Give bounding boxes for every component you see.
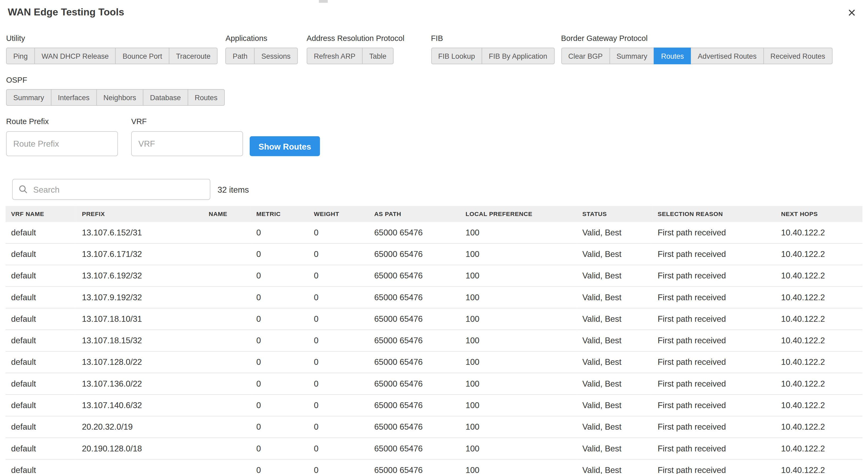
refresh-arp-button[interactable]: Refresh ARP: [307, 48, 363, 64]
ospf-button-group: Summary Interfaces Neighbors Database Ro…: [6, 89, 225, 106]
cell-weight: 0: [308, 460, 369, 474]
utility-label: Utility: [6, 34, 218, 42]
cell-local-preference: 100: [460, 222, 577, 243]
cell-selection-reason: First path received: [652, 287, 776, 308]
cell-prefix: 13.107.6.171/32: [76, 243, 203, 265]
cell-prefix: 20.190.128.0/18: [76, 438, 203, 460]
cell-metric: 0: [251, 287, 308, 308]
table-row: default 13.107.136.0/22 0 0 65000 65476 …: [6, 373, 862, 394]
cell-name: [203, 265, 251, 287]
ospf-interfaces-button[interactable]: Interfaces: [51, 89, 97, 106]
cell-prefix: [76, 460, 203, 474]
cell-vrf-name: default: [6, 330, 76, 351]
cell-prefix: 13.107.136.0/22: [76, 373, 203, 394]
section-applications: Applications Path Sessions: [225, 34, 298, 64]
cell-status: Valid, Best: [577, 330, 652, 351]
cell-status: Valid, Best: [577, 460, 652, 474]
ospf-neighbors-button[interactable]: Neighbors: [96, 89, 144, 106]
clear-bgp-button[interactable]: Clear BGP: [561, 48, 610, 64]
applications-button-group: Path Sessions: [225, 48, 298, 64]
sessions-button[interactable]: Sessions: [254, 48, 298, 64]
cell-selection-reason: First path received: [652, 265, 776, 287]
vrf-input[interactable]: [131, 131, 243, 156]
bgp-label: Border Gateway Protocol: [561, 34, 832, 42]
cell-status: Valid, Best: [577, 438, 652, 460]
section-bgp: Border Gateway Protocol Clear BGP Summar…: [561, 34, 832, 64]
cell-selection-reason: First path received: [652, 438, 776, 460]
cell-prefix: 13.107.140.6/32: [76, 394, 203, 416]
cell-selection-reason: First path received: [652, 243, 776, 265]
table-row: default 13.107.6.152/31 0 0 65000 65476 …: [6, 222, 862, 243]
cell-local-preference: 100: [460, 287, 577, 308]
cell-selection-reason: First path received: [652, 394, 776, 416]
route-prefix-field: Route Prefix: [6, 117, 118, 156]
cell-vrf-name: default: [6, 373, 76, 394]
ospf-database-button[interactable]: Database: [143, 89, 188, 106]
page-title: WAN Edge Testing Tools: [8, 7, 124, 18]
cell-as-path: 65000 65476: [369, 351, 460, 373]
bgp-routes-button[interactable]: Routes: [654, 48, 691, 64]
cell-local-preference: 100: [460, 416, 577, 438]
cell-next-hops: 10.40.122.2: [776, 222, 862, 243]
cell-weight: 0: [308, 265, 369, 287]
ping-button[interactable]: Ping: [6, 48, 35, 64]
items-count: 32 items: [218, 185, 249, 194]
fib-by-application-button[interactable]: FIB By Application: [482, 48, 554, 64]
cell-metric: 0: [251, 394, 308, 416]
ospf-routes-button[interactable]: Routes: [188, 89, 225, 106]
cell-weight: 0: [308, 394, 369, 416]
fib-button-group: FIB Lookup FIB By Application: [431, 48, 555, 64]
cell-weight: 0: [308, 373, 369, 394]
cell-next-hops: 10.40.122.2: [776, 308, 862, 330]
modal-header: WAN Edge Testing Tools ×: [0, 0, 868, 21]
cell-prefix: 20.20.32.0/19: [76, 416, 203, 438]
utility-button-group: Ping WAN DHCP Release Bounce Port Tracer…: [6, 48, 218, 64]
cell-vrf-name: default: [6, 351, 76, 373]
cell-metric: 0: [251, 243, 308, 265]
bounce-port-button[interactable]: Bounce Port: [115, 48, 169, 64]
cell-metric: 0: [251, 222, 308, 243]
section-utility: Utility Ping WAN DHCP Release Bounce Por…: [6, 34, 218, 64]
cell-next-hops: 10.40.122.2: [776, 243, 862, 265]
cell-status: Valid, Best: [577, 394, 652, 416]
column-header-selection-reason: SELECTION REASON: [652, 206, 776, 222]
cell-metric: 0: [251, 308, 308, 330]
path-button[interactable]: Path: [225, 48, 255, 64]
ospf-summary-button[interactable]: Summary: [6, 89, 51, 106]
close-icon[interactable]: ×: [848, 6, 856, 20]
cell-vrf-name: default: [6, 308, 76, 330]
cell-name: [203, 243, 251, 265]
traceroute-button[interactable]: Traceroute: [169, 48, 218, 64]
cell-name: [203, 222, 251, 243]
vrf-field: VRF: [131, 117, 243, 156]
cell-status: Valid, Best: [577, 222, 652, 243]
route-prefix-input[interactable]: [6, 131, 118, 156]
search-input[interactable]: [12, 179, 210, 200]
column-header-weight: WEIGHT: [308, 206, 369, 222]
cell-name: [203, 460, 251, 474]
cell-as-path: 65000 65476: [369, 416, 460, 438]
cell-weight: 0: [308, 222, 369, 243]
cell-name: [203, 330, 251, 351]
cell-weight: 0: [308, 330, 369, 351]
cell-name: [203, 438, 251, 460]
wan-dhcp-release-button[interactable]: WAN DHCP Release: [34, 48, 116, 64]
cell-name: [203, 308, 251, 330]
cell-local-preference: 100: [460, 308, 577, 330]
bgp-button-group: Clear BGP Summary Routes Advertised Rout…: [561, 48, 832, 64]
fib-lookup-button[interactable]: FIB Lookup: [431, 48, 482, 64]
cell-local-preference: 100: [460, 373, 577, 394]
column-header-vrf-name: VRF NAME: [6, 206, 76, 222]
cell-weight: 0: [308, 243, 369, 265]
cell-weight: 0: [308, 287, 369, 308]
cell-as-path: 65000 65476: [369, 308, 460, 330]
table-toolbar: 32 items: [6, 179, 862, 200]
bgp-received-routes-button[interactable]: Received Routes: [763, 48, 832, 64]
table-row: default 20.190.128.0/18 0 0 65000 65476 …: [6, 438, 862, 460]
show-routes-button[interactable]: Show Routes: [250, 136, 320, 156]
bgp-advertised-routes-button[interactable]: Advertised Routes: [690, 48, 764, 64]
cell-selection-reason: First path received: [652, 308, 776, 330]
bgp-summary-button[interactable]: Summary: [609, 48, 654, 64]
arp-table-button[interactable]: Table: [362, 48, 394, 64]
cell-vrf-name: default: [6, 394, 76, 416]
